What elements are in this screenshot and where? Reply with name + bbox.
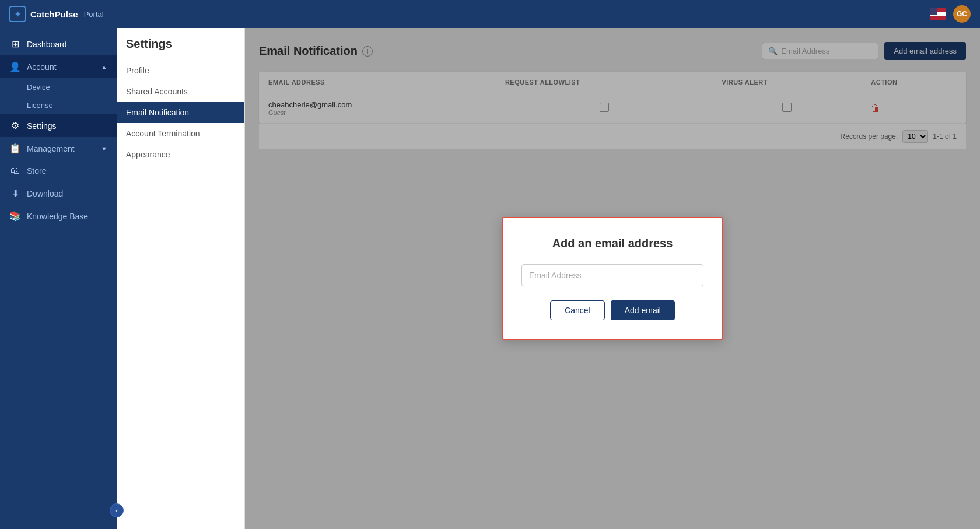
portal-label: Portal	[84, 10, 104, 19]
language-flag[interactable]	[930, 8, 946, 20]
settings-nav-account-termination[interactable]: Account Termination	[117, 123, 244, 144]
sidebar-item-label-store: Store	[27, 166, 46, 176]
sidebar-item-label-device: Device	[27, 83, 50, 92]
sidebar-item-label-management: Management	[27, 144, 75, 153]
store-icon: 🛍	[9, 166, 21, 176]
main-content: Email Notification i 🔍 Add email address…	[245, 28, 980, 529]
management-icon: 📋	[9, 143, 21, 154]
sidebar-item-label-download: Download	[27, 189, 63, 198]
user-avatar[interactable]: GC	[953, 5, 971, 23]
download-icon: ⬇	[9, 188, 21, 199]
cancel-button[interactable]: Cancel	[550, 300, 605, 320]
header-right: GC	[930, 5, 971, 23]
sidebar-item-knowledge-base[interactable]: 📚 Knowledge Base	[0, 205, 117, 227]
dashboard-icon: ⊞	[9, 38, 21, 50]
sidebar: ⊞ Dashboard 👤 Account ▲ Device License ⚙…	[0, 28, 117, 529]
content-area: Settings Profile Shared Accounts Email N…	[117, 28, 980, 529]
modal-email-input[interactable]	[522, 264, 704, 286]
settings-page-title: Settings	[117, 37, 244, 60]
sidebar-item-store[interactable]: 🛍 Store	[0, 160, 117, 182]
sidebar-item-label-dashboard: Dashboard	[27, 40, 67, 49]
sidebar-item-label-knowledge-base: Knowledge Base	[27, 212, 88, 221]
app-header: ✦ CatchPulse Portal GC	[0, 0, 980, 28]
account-icon: 👤	[9, 61, 21, 72]
account-chevron-icon: ▲	[101, 64, 107, 71]
brand-name: CatchPulse	[30, 9, 78, 19]
sidebar-item-device[interactable]: Device	[0, 78, 117, 96]
settings-icon: ⚙	[9, 120, 21, 131]
add-email-button[interactable]: Add email	[611, 300, 675, 320]
sidebar-item-account[interactable]: 👤 Account ▲	[0, 55, 117, 78]
management-chevron-icon: ▼	[101, 145, 107, 152]
sidebar-item-label-settings: Settings	[27, 121, 57, 131]
add-email-modal: Add an email address Cancel Add email	[502, 217, 723, 340]
brand-logo: ✦ CatchPulse Portal	[9, 6, 104, 22]
sidebar-item-label-account: Account	[27, 62, 57, 72]
settings-nav-appearance[interactable]: Appearance	[117, 144, 244, 165]
sidebar-item-settings[interactable]: ⚙ Settings	[0, 114, 117, 137]
sidebar-item-management[interactable]: 📋 Management ▼	[0, 137, 117, 160]
modal-actions: Cancel Add email	[522, 300, 704, 320]
main-layout: ⊞ Dashboard 👤 Account ▲ Device License ⚙…	[0, 28, 980, 529]
settings-nav-profile[interactable]: Profile	[117, 60, 244, 81]
sidebar-item-dashboard[interactable]: ⊞ Dashboard	[0, 33, 117, 55]
modal-title: Add an email address	[522, 237, 704, 250]
sidebar-collapse-button[interactable]: ‹	[110, 503, 124, 517]
sidebar-item-download[interactable]: ⬇ Download	[0, 182, 117, 205]
brand-icon: ✦	[9, 6, 26, 22]
knowledge-base-icon: 📚	[9, 211, 21, 222]
sidebar-item-label-license: License	[27, 101, 53, 110]
settings-panel: Settings Profile Shared Accounts Email N…	[117, 28, 245, 529]
settings-nav-email-notification[interactable]: Email Notification	[117, 102, 244, 123]
settings-nav-shared-accounts[interactable]: Shared Accounts	[117, 81, 244, 102]
sidebar-item-license[interactable]: License	[0, 96, 117, 114]
modal-overlay[interactable]: Add an email address Cancel Add email	[245, 28, 980, 529]
